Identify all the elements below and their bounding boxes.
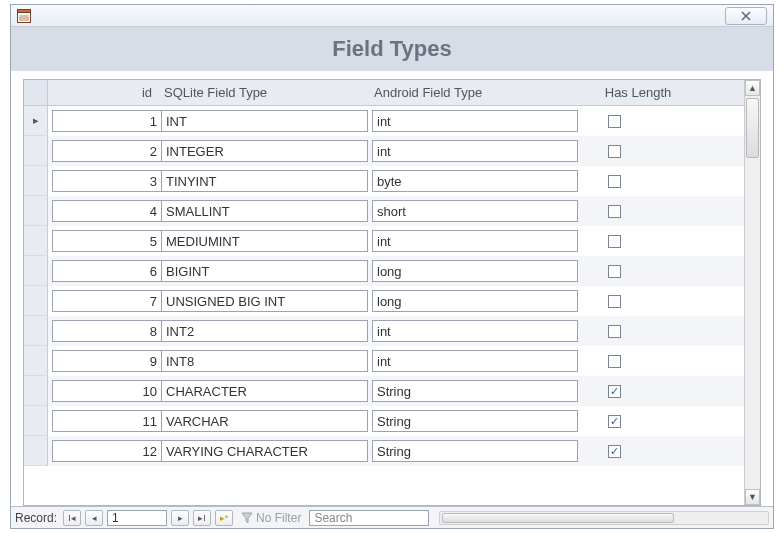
funnel-icon — [241, 512, 253, 524]
cell-sqlite-type[interactable]: CHARACTER — [162, 380, 368, 402]
cell-android-type[interactable]: String — [372, 380, 578, 402]
filter-indicator[interactable]: No Filter — [241, 511, 301, 525]
cell-sqlite-type[interactable]: SMALLINT — [162, 200, 368, 222]
column-header-id[interactable]: id — [48, 80, 158, 105]
record-selector[interactable] — [24, 196, 48, 226]
record-number-input[interactable] — [107, 510, 167, 526]
cell-sqlite-type[interactable]: MEDIUMINT — [162, 230, 368, 252]
cell-has-length[interactable] — [578, 355, 698, 368]
cell-has-length[interactable] — [578, 205, 698, 218]
cell-id[interactable]: 12 — [52, 440, 162, 462]
cell-sqlite-type[interactable]: UNSIGNED BIG INT — [162, 290, 368, 312]
checkbox[interactable] — [608, 145, 621, 158]
checkbox[interactable] — [608, 175, 621, 188]
cell-id[interactable]: 2 — [52, 140, 162, 162]
cell-has-length[interactable]: ✓ — [578, 415, 698, 428]
cell-has-length[interactable] — [578, 235, 698, 248]
cell-has-length[interactable] — [578, 115, 698, 128]
cell-has-length[interactable]: ✓ — [578, 445, 698, 458]
cell-android-type[interactable]: long — [372, 290, 578, 312]
nav-prev-button[interactable]: ◂ — [85, 510, 103, 526]
cell-has-length[interactable] — [578, 325, 698, 338]
cell-has-length[interactable] — [578, 295, 698, 308]
cell-android-type[interactable]: int — [372, 230, 578, 252]
record-selector[interactable] — [24, 226, 48, 256]
cell-id[interactable]: 7 — [52, 290, 162, 312]
column-header-haslength[interactable]: Has Length — [578, 80, 698, 105]
cell-has-length[interactable] — [578, 175, 698, 188]
checkbox[interactable] — [608, 235, 621, 248]
close-icon — [740, 11, 752, 21]
cell-android-type[interactable]: String — [372, 440, 578, 462]
cell-has-length[interactable]: ✓ — [578, 385, 698, 398]
table-row: 7UNSIGNED BIG INTlong — [24, 286, 744, 316]
record-selector[interactable] — [24, 346, 48, 376]
checkbox[interactable] — [608, 325, 621, 338]
cell-sqlite-type[interactable]: VARCHAR — [162, 410, 368, 432]
column-header-android[interactable]: Android Field Type — [368, 80, 578, 105]
cell-has-length[interactable] — [578, 145, 698, 158]
checkbox[interactable] — [608, 355, 621, 368]
cell-id[interactable]: 6 — [52, 260, 162, 282]
scroll-down-button[interactable]: ▼ — [745, 489, 760, 505]
record-selector[interactable] — [24, 436, 48, 466]
record-selector-header[interactable] — [24, 80, 48, 105]
nav-last-button[interactable]: ▸I — [193, 510, 211, 526]
column-header-sqlite[interactable]: SQLite Field Type — [158, 80, 368, 105]
cell-sqlite-type[interactable]: INT8 — [162, 350, 368, 372]
cell-sqlite-type[interactable]: INT — [162, 110, 368, 132]
checkbox[interactable] — [608, 295, 621, 308]
cell-sqlite-type[interactable]: VARYING CHARACTER — [162, 440, 368, 462]
record-selector[interactable] — [24, 166, 48, 196]
cell-android-type[interactable]: byte — [372, 170, 578, 192]
cell-android-type[interactable]: int — [372, 140, 578, 162]
table-row: 2INTEGERint — [24, 136, 744, 166]
checkbox[interactable]: ✓ — [608, 415, 621, 428]
checkbox[interactable]: ✓ — [608, 445, 621, 458]
cell-id[interactable]: 10 — [52, 380, 162, 402]
cell-sqlite-type[interactable]: INT2 — [162, 320, 368, 342]
checkbox[interactable] — [608, 115, 621, 128]
checkbox[interactable]: ✓ — [608, 385, 621, 398]
cell-android-type[interactable]: int — [372, 110, 578, 132]
scroll-up-button[interactable]: ▲ — [745, 80, 760, 96]
cell-android-type[interactable]: long — [372, 260, 578, 282]
vertical-scrollbar[interactable]: ▲ ▼ — [744, 80, 760, 505]
table-row: 12VARYING CHARACTERString✓ — [24, 436, 744, 466]
scroll-track[interactable] — [745, 96, 760, 489]
form-window: Field Types id SQLite Field Type Android… — [10, 4, 774, 529]
cell-android-type[interactable]: int — [372, 350, 578, 372]
record-selector[interactable]: ▸ — [24, 106, 48, 136]
nav-new-record-button[interactable]: ▸* — [215, 510, 233, 526]
record-selector[interactable] — [24, 376, 48, 406]
horizontal-scrollbar[interactable] — [439, 511, 769, 525]
checkbox[interactable] — [608, 265, 621, 278]
cell-id[interactable]: 8 — [52, 320, 162, 342]
scroll-thumb[interactable] — [746, 98, 759, 158]
cell-id[interactable]: 3 — [52, 170, 162, 192]
cell-id[interactable]: 5 — [52, 230, 162, 252]
table-row: 3TINYINTbyte — [24, 166, 744, 196]
checkbox[interactable] — [608, 205, 621, 218]
cell-sqlite-type[interactable]: BIGINT — [162, 260, 368, 282]
cell-android-type[interactable]: short — [372, 200, 578, 222]
cell-sqlite-type[interactable]: TINYINT — [162, 170, 368, 192]
nav-next-button[interactable]: ▸ — [171, 510, 189, 526]
table-row: 10CHARACTERString✓ — [24, 376, 744, 406]
record-selector[interactable] — [24, 286, 48, 316]
record-selector[interactable] — [24, 256, 48, 286]
record-selector[interactable] — [24, 316, 48, 346]
record-selector[interactable] — [24, 406, 48, 436]
record-selector[interactable] — [24, 136, 48, 166]
cell-id[interactable]: 1 — [52, 110, 162, 132]
cell-sqlite-type[interactable]: INTEGER — [162, 140, 368, 162]
search-input[interactable]: Search — [309, 510, 429, 526]
cell-id[interactable]: 4 — [52, 200, 162, 222]
close-button[interactable] — [725, 7, 767, 25]
nav-first-button[interactable]: I◂ — [63, 510, 81, 526]
cell-has-length[interactable] — [578, 265, 698, 278]
cell-android-type[interactable]: int — [372, 320, 578, 342]
cell-id[interactable]: 11 — [52, 410, 162, 432]
cell-android-type[interactable]: String — [372, 410, 578, 432]
cell-id[interactable]: 9 — [52, 350, 162, 372]
